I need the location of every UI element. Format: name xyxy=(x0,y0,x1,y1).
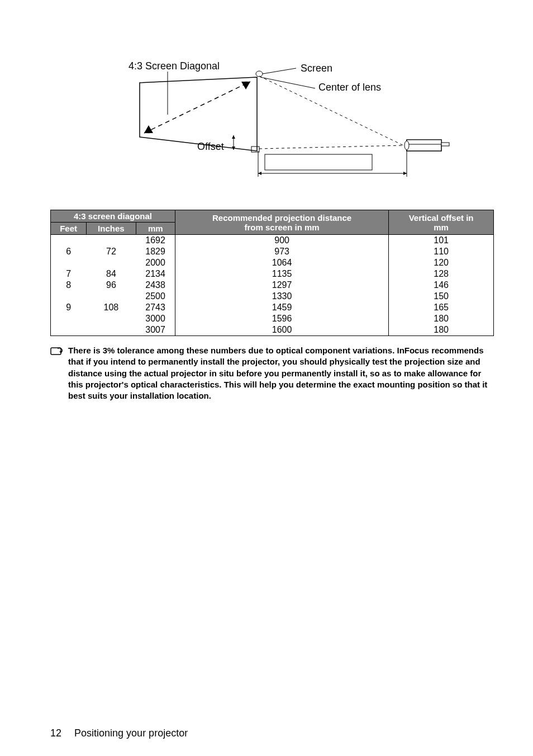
table-row: 89624381297146 xyxy=(51,280,494,291)
table-cell: 1600 xyxy=(175,324,389,336)
table-cell: 165 xyxy=(389,302,494,313)
table-row: 6721829973110 xyxy=(51,246,494,257)
table-cell xyxy=(51,313,87,324)
table-row: 30001596180 xyxy=(51,313,494,324)
projection-diagram: 4:3 Screen Diagonal Screen Center of len… xyxy=(129,62,460,187)
table-cell xyxy=(51,324,87,336)
table-cell: 1297 xyxy=(175,280,389,291)
table-cell: 1596 xyxy=(175,313,389,324)
table-cell: 7 xyxy=(51,268,87,280)
table-cell xyxy=(87,257,136,268)
table-cell: 2000 xyxy=(136,257,175,268)
table-cell: 108 xyxy=(87,302,136,313)
spec-table-head: 4:3 screen diagonal Recommended projecti… xyxy=(51,210,494,235)
table-cell: 3007 xyxy=(136,324,175,336)
th-distance-line2: from screen in mm xyxy=(244,223,319,232)
svg-point-0 xyxy=(256,71,263,77)
th-distance-line1: Recommended projection distance xyxy=(212,213,351,223)
svg-marker-3 xyxy=(241,82,250,89)
table-cell: 9 xyxy=(51,302,87,313)
footer-section: Positioning your projector xyxy=(74,727,188,739)
th-distance: Recommended projection distance from scr… xyxy=(175,210,389,235)
table-row: 1692900101 xyxy=(51,235,494,247)
table-cell xyxy=(87,324,136,336)
table-cell: 1330 xyxy=(175,291,389,302)
table-cell: 180 xyxy=(389,313,494,324)
th-offset: Vertical offset in mm xyxy=(389,210,494,235)
th-offset-line2: mm xyxy=(434,223,449,232)
table-cell: 973 xyxy=(175,246,389,257)
svg-line-8 xyxy=(259,76,403,145)
table-cell xyxy=(87,235,136,247)
svg-line-9 xyxy=(259,145,403,149)
table-cell: 1135 xyxy=(175,268,389,280)
table-cell xyxy=(51,257,87,268)
footer-page-number: 12 xyxy=(50,727,61,739)
svg-rect-15 xyxy=(265,154,372,170)
table-cell xyxy=(87,313,136,324)
svg-rect-20 xyxy=(51,348,61,355)
table-row: 30071600180 xyxy=(51,324,494,336)
table-cell xyxy=(51,291,87,302)
table-row: 25001330150 xyxy=(51,291,494,302)
svg-point-19 xyxy=(404,141,409,150)
table-cell: 3000 xyxy=(136,313,175,324)
th-mm: mm xyxy=(136,223,175,235)
table-cell: 2438 xyxy=(136,280,175,291)
th-offset-line1: Vertical offset in xyxy=(409,213,474,223)
table-row: 910827431459165 xyxy=(51,302,494,313)
table-cell: 110 xyxy=(389,246,494,257)
th-group-diag: 4:3 screen diagonal xyxy=(51,210,175,223)
table-row: 78421341135128 xyxy=(51,268,494,280)
svg-line-6 xyxy=(263,68,296,74)
table-cell: 1829 xyxy=(136,246,175,257)
table-cell: 180 xyxy=(389,324,494,336)
svg-line-7 xyxy=(260,77,315,88)
table-cell: 2743 xyxy=(136,302,175,313)
note: There is 3% tolerance among these number… xyxy=(50,345,494,401)
table-cell: 2500 xyxy=(136,291,175,302)
svg-marker-1 xyxy=(140,77,257,151)
spec-table-body: 1692900101672182997311020001064120784213… xyxy=(51,235,494,336)
table-cell: 150 xyxy=(389,291,494,302)
table-cell: 101 xyxy=(389,235,494,247)
th-inches: Inches xyxy=(87,223,136,235)
table-cell: 900 xyxy=(175,235,389,247)
table-cell xyxy=(87,291,136,302)
svg-rect-18 xyxy=(441,143,449,146)
table-cell xyxy=(51,235,87,247)
table-cell: 1064 xyxy=(175,257,389,268)
diagram-svg xyxy=(129,62,464,187)
note-text: There is 3% tolerance among these number… xyxy=(68,345,492,401)
table-cell: 84 xyxy=(87,268,136,280)
footer: 12 Positioning your projector xyxy=(50,727,188,739)
table-cell: 8 xyxy=(51,280,87,291)
svg-rect-17 xyxy=(407,140,441,144)
th-feet: Feet xyxy=(51,223,87,235)
table-cell: 72 xyxy=(87,246,136,257)
table-cell: 146 xyxy=(389,280,494,291)
table-cell: 128 xyxy=(389,268,494,280)
svg-line-2 xyxy=(144,82,250,133)
note-icon xyxy=(50,346,65,356)
page: 4:3 Screen Diagonal Screen Center of len… xyxy=(0,0,533,756)
table-cell: 96 xyxy=(87,280,136,291)
table-row: 20001064120 xyxy=(51,257,494,268)
table-cell: 2134 xyxy=(136,268,175,280)
table-cell: 120 xyxy=(389,257,494,268)
table-cell: 1692 xyxy=(136,235,175,247)
table-cell: 1459 xyxy=(175,302,389,313)
table-cell: 6 xyxy=(51,246,87,257)
spec-table: 4:3 screen diagonal Recommended projecti… xyxy=(50,210,494,336)
